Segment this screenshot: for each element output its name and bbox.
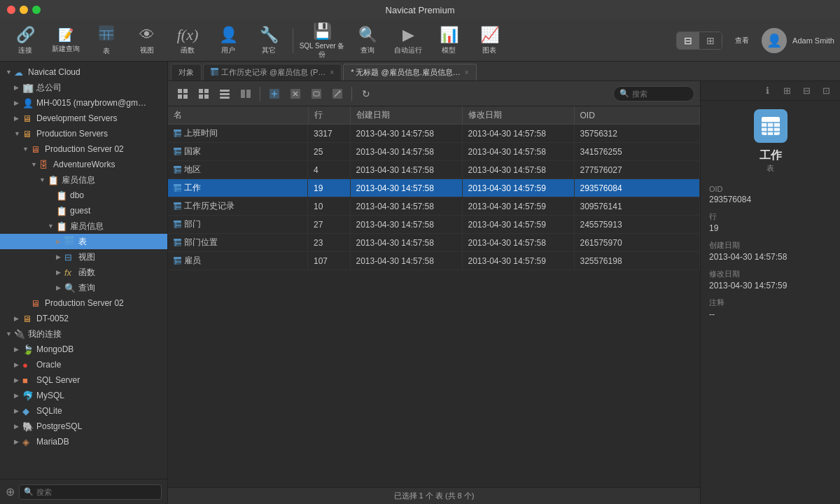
sidebar-item-sqlite[interactable]: ▶ ◆ SQLite <box>0 403 167 419</box>
sidebar-item-postgresql[interactable]: ▶ 🐘 PostgreSQL <box>0 419 167 434</box>
arrow-icon: ▶ <box>14 361 22 368</box>
sidebar-item-mysql[interactable]: ▶ 🐬 MySQL <box>0 388 167 403</box>
traffic-lights <box>7 6 41 14</box>
function-button[interactable]: f(x) 函数 <box>168 22 207 59</box>
search-input[interactable] <box>632 90 688 98</box>
table-row[interactable]: 雇员 107 2013-04-30 14:57:58 2013-04-30 14… <box>168 252 700 270</box>
table-row[interactable]: 部门 27 2013-04-30 14:57:58 2013-04-30 14:… <box>168 216 700 234</box>
rp-cols-button[interactable]: ⊟ <box>798 83 815 99</box>
tab-work-history[interactable]: 工作历史记录 @雇员信息 (P… × <box>203 64 342 80</box>
autorun-icon: ▶ <box>402 26 414 44</box>
view-toggle-left[interactable]: ⊟ <box>677 32 699 49</box>
sidebar-item-adventureworks[interactable]: ▼ 🗄 AdventureWorks <box>0 157 167 172</box>
col-rows: 行 <box>308 106 350 125</box>
sidebar-item-employee-schema[interactable]: ▼ 📋 雇员信息 <box>0 218 167 234</box>
sidebar-item-queries[interactable]: ▶ 🔍 查询 <box>0 280 167 295</box>
query-button[interactable]: 🔍 查询 <box>348 22 387 59</box>
sidebar-item-prod-server-02b[interactable]: ▶ 🖥 Production Server 02 <box>0 295 167 311</box>
rp-expand-button[interactable]: ⊡ <box>818 83 834 99</box>
sidebar-item-dt0052[interactable]: ▶ 🖥 DT-0052 <box>0 311 167 326</box>
sidebar-footer: ⊕ 🔍 <box>0 479 167 504</box>
cell-name: 地区 <box>168 161 308 178</box>
sidebar-item-company[interactable]: ▶ 🏢 总公司 <box>0 80 167 95</box>
my-connections-icon: 🔌 <box>14 329 25 340</box>
table-row[interactable]: 工作历史记录 10 2013-04-30 14:57:58 2013-04-30… <box>168 197 700 216</box>
delete-button[interactable] <box>286 85 304 103</box>
table-button[interactable]: 表 <box>87 22 126 59</box>
sidebar-item-prod-server-02[interactable]: ▼ 🖥 Production Server 02 <box>0 141 167 157</box>
svg-rect-12 <box>178 89 182 93</box>
cell-modified: 2013-04-30 14:57:58 <box>462 143 574 161</box>
table-row[interactable]: 上班时间 3317 2013-04-30 14:57:58 2013-04-30… <box>168 125 700 143</box>
sidebar-item-oracle[interactable]: ▶ ● Oracle <box>0 357 167 372</box>
sidebar-item-dev-servers[interactable]: ▶ 🖥 Development Servers <box>0 111 167 126</box>
tab-work-history-close[interactable]: × <box>330 69 334 76</box>
user-button[interactable]: 👤 用户 <box>209 22 248 59</box>
sidebar-item-views[interactable]: ▶ ⊟ 视图 <box>0 249 167 265</box>
arrow-icon: ▶ <box>14 346 22 353</box>
other-button[interactable]: 🔧 其它 <box>249 22 288 59</box>
sidebar-item-guest[interactable]: ▶ 📋 guest <box>0 203 167 218</box>
sidebar-item-mh0015[interactable]: ▶ 👤 MH-0015 (marybrown@gmail… <box>0 95 167 111</box>
view-toggle-right[interactable]: ⊞ <box>699 32 722 49</box>
grid-view-button[interactable] <box>174 85 192 103</box>
new-query-button[interactable]: 📝 新建查询 <box>46 22 85 59</box>
refresh-button[interactable]: ↻ <box>357 85 375 103</box>
view-icon: 👁 <box>139 26 155 44</box>
view-button[interactable]: 👁 视图 <box>127 22 167 59</box>
model-button[interactable]: 📊 模型 <box>429 22 468 59</box>
svg-rect-20 <box>220 90 230 92</box>
tab-untitled-close[interactable]: × <box>465 69 469 76</box>
rp-field-label: 行 <box>709 211 832 222</box>
rp-info-button[interactable]: ℹ <box>759 83 776 99</box>
svg-rect-22 <box>220 97 230 99</box>
extra-view-button[interactable] <box>237 85 255 103</box>
design-button[interactable] <box>328 85 346 103</box>
search-box[interactable]: 🔍 <box>613 86 694 102</box>
svg-rect-16 <box>199 89 203 93</box>
sidebar-search[interactable]: 🔍 <box>19 484 162 500</box>
tab-untitled[interactable]: * 无标题 @雇员信息.雇员信息… × <box>343 64 476 80</box>
avatar[interactable]: 👤 <box>762 28 787 53</box>
table-row[interactable]: 部门位置 23 2013-04-30 14:57:58 2013-04-30 1… <box>168 234 700 252</box>
sidebar-search-input[interactable] <box>36 488 157 496</box>
new-table-button[interactable] <box>265 85 284 103</box>
table-row[interactable]: 地区 4 2013-04-30 14:57:58 2013-04-30 14:5… <box>168 161 700 179</box>
tab-object[interactable]: 对象 <box>171 64 202 80</box>
user-account-icon: 👤 <box>22 98 34 108</box>
cell-created: 2013-04-30 14:57:58 <box>350 234 462 252</box>
rp-table-icon <box>754 109 788 143</box>
sidebar-item-sqlserver[interactable]: ▶ ■ SQL Server <box>0 372 167 388</box>
sidebar-item-tables[interactable]: ▶ 表 <box>0 234 167 249</box>
autorun-button[interactable]: ▶ 自动运行 <box>388 22 428 59</box>
chart-icon: 📈 <box>480 26 499 44</box>
prod-server-02-label: Production Server 02 <box>45 144 124 154</box>
sidebar-item-dbo[interactable]: ▶ 📋 dbo <box>0 188 167 203</box>
table-container: ↻ 🔍 名 行 创建日期 修改日期 <box>168 81 700 504</box>
sidebar-item-mongodb[interactable]: ▶ 🍃 MongoDB <box>0 342 167 357</box>
chart-button[interactable]: 📈 图表 <box>470 22 509 59</box>
sidebar-item-functions[interactable]: ▶ fx 函数 <box>0 265 167 280</box>
table-row[interactable]: 国家 25 2013-04-30 14:57:58 2013-04-30 14:… <box>168 143 700 161</box>
dbo-label: dbo <box>70 190 84 200</box>
user-label: 用户 <box>221 46 235 55</box>
sqlserver-backup-button[interactable]: 💾 SQL Server 备份 <box>298 22 346 59</box>
detail-view-button[interactable] <box>216 85 234 103</box>
sidebar-item-mariadb[interactable]: ▶ ◈ MariaDB <box>0 434 167 449</box>
list-view-button[interactable] <box>195 85 213 103</box>
view-toggle-button[interactable]: 查看 <box>728 22 756 59</box>
close-button[interactable] <box>7 6 15 14</box>
sidebar-item-prod-servers[interactable]: ▼ 🖥 Production Servers <box>0 126 167 141</box>
rp-field-value: -- <box>709 309 832 319</box>
maximize-button[interactable] <box>32 6 41 14</box>
connect-button[interactable]: 🔗 连接 <box>6 22 45 59</box>
table-row[interactable]: 工作 19 2013-04-30 14:57:58 2013-04-30 14:… <box>168 179 700 197</box>
minimize-button[interactable] <box>20 6 28 14</box>
cell-oid: 309576141 <box>574 197 700 216</box>
rp-grid-button[interactable]: ⊞ <box>778 83 795 99</box>
sidebar-add-icon[interactable]: ⊕ <box>6 485 15 498</box>
open-button[interactable] <box>307 85 326 103</box>
sidebar-item-employee-info[interactable]: ▼ 📋 雇员信息 <box>0 172 167 188</box>
sidebar-item-my-connections[interactable]: ▼ 🔌 我的连接 <box>0 326 167 342</box>
sidebar-item-navicat-cloud[interactable]: ▼ ☁ Navicat Cloud <box>0 64 167 80</box>
